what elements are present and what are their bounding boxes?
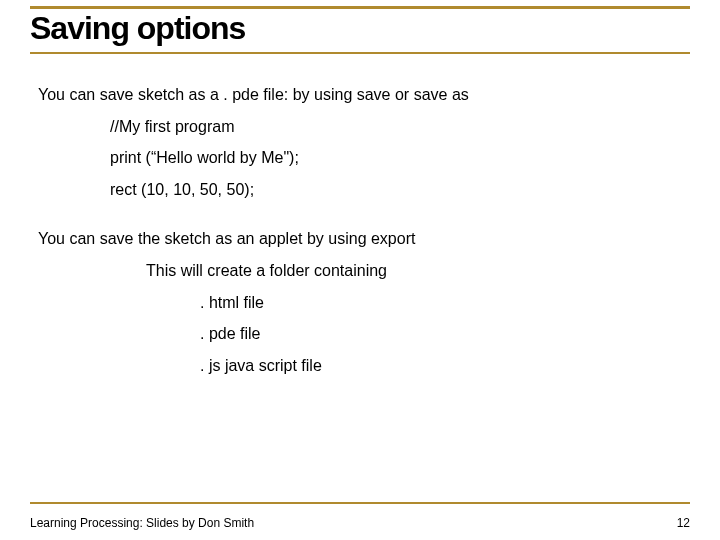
file-line: . js java script file (200, 355, 682, 377)
file-line: . pde file (200, 323, 682, 345)
spacer (38, 210, 682, 222)
slide-title: Saving options (30, 11, 690, 46)
title-box: Saving options (30, 11, 690, 50)
file-line: . html file (200, 292, 682, 314)
code-line: //My first program (110, 116, 682, 138)
title-top-rule (30, 6, 690, 9)
code-line: print (“Hello world by Me"); (110, 147, 682, 169)
footer-text: Learning Processing: Slides by Don Smith (30, 516, 254, 530)
slide: Saving options You can save sketch as a … (0, 0, 720, 540)
title-area: Saving options (30, 6, 690, 54)
body-subline: This will create a folder containing (146, 260, 682, 282)
body-line: You can save the sketch as an applet by … (38, 228, 682, 250)
body-line: You can save sketch as a . pde file: by … (38, 84, 682, 106)
footer: Learning Processing: Slides by Don Smith… (30, 516, 690, 530)
title-bottom-rule (30, 52, 690, 54)
slide-body: You can save sketch as a . pde file: by … (38, 78, 682, 386)
page-number: 12 (677, 516, 690, 530)
footer-rule (30, 502, 690, 504)
code-line: rect (10, 10, 50, 50); (110, 179, 682, 201)
